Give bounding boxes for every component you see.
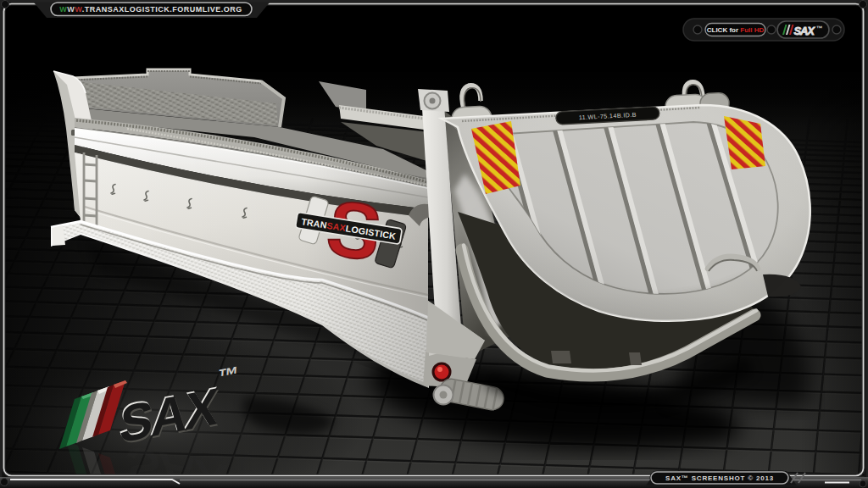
svg-text:SAX: SAX [794,25,816,37]
svg-text:™: ™ [217,361,239,389]
svg-text:CLICK for Full HD: CLICK for Full HD [707,26,765,34]
svg-text:™: ™ [816,25,823,32]
svg-text:WWW.TRANSAXLOGISTICK.FORUMLIVE: WWW.TRANSAXLOGISTICK.FORUMLIVE.ORG [59,5,242,14]
svg-text:SAX™ SCREENSHOT © 2013: SAX™ SCREENSHOT © 2013 [665,474,774,482]
